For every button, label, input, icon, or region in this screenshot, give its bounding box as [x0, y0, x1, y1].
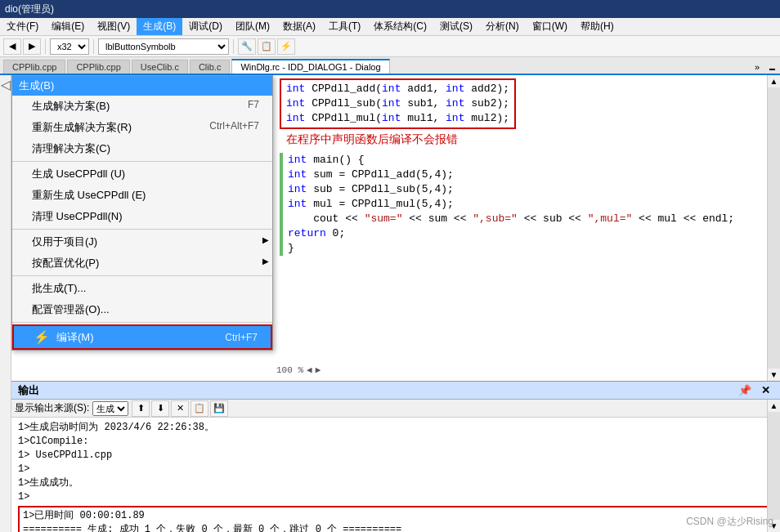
watermark: CSDN @达少Rising	[686, 515, 773, 529]
title-bar: dio(管理员)	[0, 0, 780, 18]
code-main-content: int main() { int sum = CPPdll_add(5,4); …	[280, 153, 773, 256]
code-main-6: return 0;	[288, 226, 773, 241]
output-source-select[interactable]: 生成	[92, 401, 128, 416]
menu-rebuild-use[interactable]: 重新生成 UseCPPdll (E)	[12, 185, 272, 206]
tab-cpplib1[interactable]: CPPlib.cpp	[3, 60, 65, 74]
declaration-box: int CPPdll_add(int add1, int add2); int …	[280, 78, 516, 129]
dropdown-header: 生成(B)	[12, 76, 272, 96]
output-content: 1>生成启动时间为 2023/4/6 22:26:38。 1>ClCompile…	[11, 418, 780, 532]
menu-help[interactable]: 帮助(H)	[574, 18, 621, 35]
code-main-7: }	[288, 241, 773, 256]
symbol-combo[interactable]: lblButtonSymbolb	[98, 38, 229, 55]
menu-build-use[interactable]: 生成 UseCPPdll (U)	[12, 163, 272, 185]
output-toolbar: 显示输出来源(S): 生成 ⬆ ⬇ ✕ 📋 💾	[11, 400, 780, 418]
code-main-5: cout << "sum=" << sum << ",sub=" << sub …	[288, 212, 773, 226]
menu-data[interactable]: 数据(A)	[276, 18, 322, 35]
code-content[interactable]: int CPPdll_add(int add1, int add2); int …	[273, 75, 780, 381]
output-controls: 📌 ✕	[735, 384, 773, 396]
menu-config-manager-label: 配置管理器(O)...	[32, 302, 110, 317]
menu-rebuild-use-label: 重新生成 UseCPPdll (E)	[32, 188, 146, 203]
menu-batch-build[interactable]: 批生成(T)...	[12, 278, 272, 299]
output-btn-3[interactable]: ✕	[171, 400, 189, 417]
menu-project-only[interactable]: 仅用于项目(J)	[12, 231, 272, 253]
output-btn-1[interactable]: ⬆	[132, 400, 150, 417]
output-line-5: 1>生成成功。	[18, 476, 773, 490]
left-gutter: ◁	[0, 75, 11, 532]
menu-edit[interactable]: 编辑(E)	[45, 18, 91, 35]
menu-view[interactable]: 视图(V)	[91, 18, 137, 35]
code-decl-1: int CPPdll_add(int add1, int add2);	[286, 82, 509, 96]
code-main-3: int sub = CPPdll_sub(5,4);	[288, 182, 773, 197]
menu-arch[interactable]: 体系结构(C)	[367, 18, 433, 35]
tab-useclib[interactable]: UseClib.c	[132, 60, 188, 74]
menu-build[interactable]: 生成(B)	[137, 18, 182, 35]
output-close[interactable]: ✕	[758, 384, 773, 396]
tab-bar: CPPlib.cpp CPPlib.cpp UseClib.c Clib.c W…	[0, 57, 780, 75]
menu-rebuild-solution[interactable]: 重新生成解决方案(R) Ctrl+Alt+F7	[12, 117, 272, 138]
menu-project-only-label: 仅用于项目(J)	[32, 235, 97, 249]
output-panel: 输出 📌 ✕ 显示输出来源(S): 生成 ⬆ ⬇ ✕ 📋 💾	[11, 381, 780, 532]
scroll-up[interactable]: ▲	[768, 75, 780, 87]
tab-pin[interactable]: 🗕	[764, 60, 780, 74]
green-indicator	[280, 153, 283, 256]
tab-clib[interactable]: Clib.c	[190, 60, 231, 74]
code-main-1: int main() {	[288, 153, 773, 168]
output-btn-5[interactable]: 💾	[210, 400, 228, 417]
output-line-3: 1> UseCPPdll.cpp	[18, 449, 773, 463]
zoom-increase[interactable]: ▶	[316, 363, 321, 378]
menu-window[interactable]: 窗口(W)	[526, 18, 574, 35]
tab-scroll-right[interactable]: »	[750, 60, 764, 74]
output-scrollbar[interactable]: ▲ ▼	[767, 400, 780, 532]
menu-compile[interactable]: ⚡ 编译(M) Ctrl+F7	[12, 324, 272, 350]
output-title-bar: 输出 📌 ✕	[11, 382, 780, 400]
menu-profile-guided[interactable]: 按配置优化(P)	[12, 253, 272, 274]
output-scroll-track[interactable]	[768, 412, 780, 520]
menu-analyze[interactable]: 分析(N)	[479, 18, 526, 35]
menu-batch-build-label: 批生成(T)...	[32, 281, 86, 296]
output-scroll-up[interactable]: ▲	[768, 400, 780, 412]
menu-clean-use[interactable]: 清理 UseCPPdll(N)	[12, 206, 272, 227]
menu-bar: 文件(F) 编辑(E) 视图(V) 生成(B) 调试(D) 团队(M) 数据(A…	[0, 18, 780, 36]
menu-clean-solution[interactable]: 清理解决方案(C)	[12, 138, 272, 159]
menu-debug[interactable]: 调试(D)	[182, 18, 229, 35]
output-pin[interactable]: 📌	[735, 384, 755, 396]
editor-scrollbar[interactable]: ▲ ▼	[767, 75, 780, 381]
menu-file[interactable]: 文件(F)	[0, 18, 45, 35]
annotation-text: 在程序中声明函数后编译不会报错	[286, 133, 458, 146]
toolbar-sep-3	[233, 39, 234, 54]
scroll-down[interactable]: ▼	[768, 369, 780, 381]
config-combo[interactable]: x32	[50, 38, 89, 55]
menu-build-solution[interactable]: 生成解决方案(B) F7	[12, 96, 272, 117]
menu-config-manager[interactable]: 配置管理器(O)...	[12, 299, 272, 320]
menu-compile-label: 编译(M)	[56, 330, 94, 345]
divider-3	[12, 275, 272, 276]
menu-team[interactable]: 团队(M)	[229, 18, 276, 35]
menu-rebuild-solution-shortcut: Ctrl+Alt+F7	[209, 120, 259, 135]
scroll-track[interactable]	[768, 87, 780, 369]
output-line-4: 1>	[18, 463, 773, 476]
output-btn-4[interactable]: 📋	[191, 400, 208, 417]
toolbar: ◀ ▶ x32 lblButtonSymbolb 🔧 📋 ⚡	[0, 36, 780, 57]
toolbar-btn-3[interactable]: 🔧	[238, 38, 256, 55]
output-highlight-box: 1>已用时间 00:00:01.89 ========== 生成: 成功 1 个…	[18, 506, 773, 532]
editor-area[interactable]: 生成(B) 生成解决方案(B) F7 重新生成解决方案(R) Ctrl+Alt+…	[11, 75, 780, 381]
menu-tools[interactable]: 工具(T)	[322, 18, 367, 35]
menu-test[interactable]: 测试(S)	[433, 18, 479, 35]
output-btn-2[interactable]: ⬇	[151, 400, 169, 417]
toolbar-btn-2[interactable]: ▶	[23, 38, 41, 55]
compile-icon: ⚡	[34, 329, 50, 345]
toolbar-btn-5[interactable]: ⚡	[277, 38, 295, 55]
annotation: 在程序中声明函数后编译不会报错	[286, 132, 773, 148]
toolbar-btn-4[interactable]: 📋	[258, 38, 276, 55]
menu-rebuild-solution-label: 重新生成解决方案(R)	[32, 120, 132, 135]
output-title: 输出	[18, 383, 39, 398]
code-decl-3: int CPPdll_mul(int mul1, int mul2);	[286, 111, 509, 126]
toolbar-btn-1[interactable]: ◀	[3, 38, 21, 55]
gutter-arrow[interactable]: ◁	[1, 77, 11, 92]
menu-build-solution-shortcut: F7	[248, 99, 259, 114]
title-text: dio(管理员)	[5, 2, 54, 16]
zoom-decrease[interactable]: ◀	[307, 363, 312, 378]
tab-cpplib2[interactable]: CPPlib.cpp	[67, 60, 129, 74]
toolbar-sep-2	[93, 39, 94, 54]
tab-windlg[interactable]: WinDlg.rc - IDD_DIALOG1 - Dialog	[231, 59, 389, 74]
